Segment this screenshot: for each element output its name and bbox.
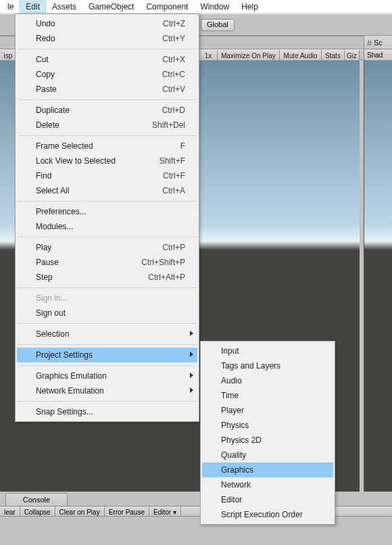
menu-copy[interactable]: CopyCtrl+C: [17, 67, 197, 82]
menu-pause[interactable]: PauseCtrl+Shift+P: [17, 255, 197, 270]
console-clear-on-play[interactable]: Clear on Play: [55, 506, 105, 517]
menu-file-partial[interactable]: le: [1, 1, 20, 13]
menu-gameobject[interactable]: GameObject: [82, 1, 140, 13]
menu-snap-settings[interactable]: Snap Settings...: [17, 404, 197, 419]
menu-separator: [18, 49, 197, 49]
submenu-player[interactable]: Player: [202, 403, 333, 418]
submenu-editor[interactable]: Editor: [202, 492, 333, 507]
submenu-input[interactable]: Input: [202, 343, 333, 358]
submenu-quality[interactable]: Quality: [202, 448, 333, 463]
menu-sign-in: Sign in...: [17, 291, 197, 306]
menu-separator: [18, 99, 197, 100]
submenu-network[interactable]: Network: [202, 477, 333, 492]
menu-undo[interactable]: UndoCtrl+Z: [17, 16, 197, 31]
menu-modules[interactable]: Modules...: [17, 219, 197, 234]
menu-redo[interactable]: RedoCtrl+Y: [17, 31, 197, 46]
console-tab[interactable]: Console: [5, 493, 68, 506]
menu-graphics-emulation[interactable]: Graphics Emulation: [17, 369, 197, 383]
edit-menu-dropdown: UndoCtrl+Z RedoCtrl+Y CutCtrl+X CopyCtrl…: [15, 14, 199, 422]
menu-separator: [18, 365, 197, 366]
menu-cut[interactable]: CutCtrl+X: [17, 52, 197, 67]
menu-separator: [18, 344, 197, 345]
menu-assets[interactable]: Assets: [46, 1, 82, 13]
submenu-time[interactable]: Time: [202, 388, 333, 403]
menu-separator: [18, 237, 197, 237]
menu-duplicate[interactable]: DuplicateCtrl+D: [17, 103, 197, 118]
menu-separator: [18, 401, 197, 402]
menubar: le Edit Assets GameObject Component Wind…: [0, 0, 392, 14]
menu-step[interactable]: StepCtrl+Alt+P: [17, 270, 197, 285]
menu-separator: [18, 135, 197, 136]
menu-find[interactable]: FindCtrl+F: [17, 168, 197, 183]
submenu-audio[interactable]: Audio: [202, 373, 333, 388]
global-button[interactable]: Global: [201, 19, 235, 31]
console-editor-dropdown[interactable]: Editor ▾: [149, 506, 181, 517]
menu-preferences[interactable]: Preferences...: [17, 204, 197, 219]
hash-icon: #: [367, 38, 372, 48]
submenu-script-exec-order[interactable]: Script Execution Order: [202, 507, 333, 522]
console-collapse[interactable]: Collapse: [20, 506, 55, 517]
console-clear[interactable]: lear: [0, 506, 20, 517]
menu-separator: [18, 323, 197, 324]
menu-project-settings[interactable]: Project Settings: [17, 348, 197, 362]
chevron-right-icon: [190, 331, 193, 336]
menu-window[interactable]: Window: [194, 1, 235, 13]
project-settings-submenu: Input Tags and Layers Audio Time Player …: [200, 341, 335, 525]
menu-edit[interactable]: Edit: [20, 1, 46, 13]
menu-sign-out[interactable]: Sign out: [17, 306, 197, 321]
menu-frame-selected[interactable]: Frame SelectedF: [17, 139, 197, 153]
scale-value: 1x: [199, 50, 218, 61]
menu-select-all[interactable]: Select AllCtrl+A: [17, 183, 197, 198]
gizmos-dropdown[interactable]: Giz: [345, 50, 360, 61]
menu-selection[interactable]: Selection: [17, 327, 197, 341]
menu-network-emulation[interactable]: Network Emulation: [17, 383, 197, 398]
menu-play[interactable]: PlayCtrl+P: [17, 240, 197, 255]
mute-audio-toggle[interactable]: Mute Audio: [280, 50, 322, 61]
shading-dropdown[interactable]: Shad: [364, 49, 392, 60]
menu-separator: [18, 287, 197, 288]
menu-separator: [18, 201, 197, 202]
menu-help[interactable]: Help: [235, 1, 264, 13]
console-error-pause[interactable]: Error Pause: [105, 506, 149, 517]
menu-component[interactable]: Component: [140, 1, 194, 13]
submenu-tags-layers[interactable]: Tags and Layers: [202, 358, 333, 373]
stats-toggle[interactable]: Stats: [322, 50, 345, 61]
submenu-physics[interactable]: Physics: [202, 418, 333, 433]
menu-lock-view[interactable]: Lock View to SelectedShift+F: [17, 153, 197, 168]
menu-paste[interactable]: PasteCtrl+V: [17, 82, 197, 97]
chevron-right-icon: [190, 352, 193, 357]
menu-delete[interactable]: DeleteShift+Del: [17, 118, 197, 133]
chevron-right-icon: [190, 373, 193, 378]
scene-viewport[interactable]: [364, 60, 392, 492]
submenu-physics2d[interactable]: Physics 2D: [202, 433, 333, 448]
submenu-graphics[interactable]: Graphics: [202, 463, 333, 477]
maximize-on-play-toggle[interactable]: Maximize On Play: [218, 50, 280, 61]
chevron-right-icon: [190, 387, 193, 393]
